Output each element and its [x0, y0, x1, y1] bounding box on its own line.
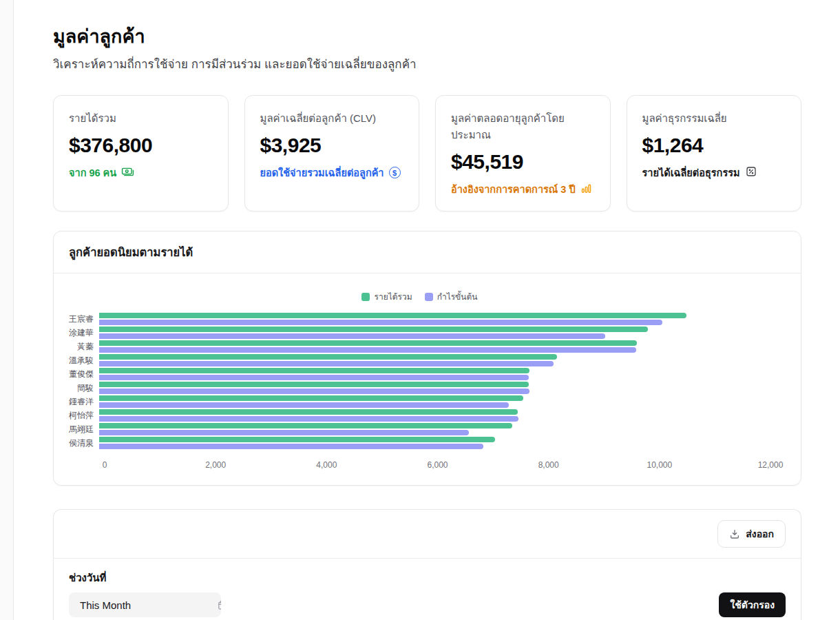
top-customers-chart-card: ลูกค้ายอดนิยมตามรายได้ รายได้รวม กำไรขั้… [53, 231, 801, 486]
bar-group [99, 382, 770, 394]
legend-label: รายได้รวม [374, 290, 412, 303]
date-range-input[interactable] [69, 592, 217, 617]
chart-title: ลูกค้ายอดนิยมตามรายได้ [69, 243, 786, 261]
stat-label: มูลค่าตลอดอายุลูกค้าโดยประมาณ [451, 110, 595, 143]
date-range-label: ช่วงวันที่ [69, 570, 786, 586]
chart-row: 鍾睿洋 [69, 395, 770, 409]
page-subtitle: วิเคราะห์ความถี่การใช้จ่าย การมีส่วนร่วม… [53, 54, 801, 73]
category-label: 涂建華 [69, 327, 99, 339]
category-label: 侯清泉 [69, 437, 99, 449]
chart-rows: 王宸睿涂建華黃蓁溫承駿董俊傑簡駿鍾睿洋柯怡萍馬翊廷侯清泉 [69, 312, 770, 450]
chart-card-header: ลูกค้ายอดนิยมตามรายได้ [54, 231, 801, 273]
dollar-circle-icon: $ [389, 167, 401, 178]
chart-row: 涂建華 [69, 326, 770, 340]
receipt-percent-icon [745, 165, 757, 180]
category-label: 溫承駿 [69, 355, 99, 366]
x-tick-label: 12,000 [758, 460, 784, 470]
stat-footnote: อ้างอิงจากการคาดการณ์ 3 ปี [451, 181, 576, 197]
revenue-bar[interactable] [99, 409, 518, 415]
date-range-picker[interactable] [69, 592, 221, 617]
download-icon [729, 528, 740, 539]
bar-group [99, 313, 770, 325]
bar-group [99, 368, 770, 380]
category-label: 黃蓁 [69, 341, 99, 353]
x-tick-label: 2,000 [205, 460, 226, 470]
apply-filter-button[interactable]: ใช้ตัวกรอง [719, 592, 786, 617]
export-label: ส่งออก [746, 526, 774, 541]
page-title: มูลค่าลูกค้า [53, 25, 801, 48]
chart-row: 簡駿 [69, 381, 770, 395]
revenue-bar[interactable] [99, 340, 637, 346]
revenue-bar[interactable] [99, 327, 648, 332]
stat-value: $376,800 [69, 134, 213, 157]
gross-profit-bar[interactable] [99, 430, 469, 435]
banknotes-icon [121, 165, 134, 180]
gross-profit-bar[interactable] [99, 389, 529, 394]
bar-group [99, 395, 770, 408]
legend-item-gross-profit[interactable]: กำไรขั้นต้น [425, 290, 478, 303]
bar-group [99, 340, 770, 353]
chart-row: 王宸睿 [69, 312, 770, 326]
bar-chart-icon [580, 183, 592, 196]
gross-profit-bar[interactable] [99, 416, 518, 422]
legend-swatch-revenue [361, 293, 370, 301]
chart-row: 侯清泉 [69, 436, 770, 450]
revenue-bar[interactable] [99, 354, 557, 360]
stat-footnote: ยอดใช้จ่ายรวมเฉลี่ยต่อลูกค้า [260, 165, 384, 180]
stat-card-lifetime-value: มูลค่าตลอดอายุลูกค้าโดยประมาณ $45,519 อ้… [435, 95, 611, 211]
calendar-icon[interactable] [217, 592, 221, 617]
x-axis: 02,0004,0006,0008,00010,00012,000 [105, 460, 770, 471]
stat-value: $1,264 [642, 134, 786, 157]
gross-profit-bar[interactable] [99, 361, 554, 366]
revenue-bar[interactable] [99, 313, 686, 318]
filter-card: ส่งออก ช่วงวันที่ ใช้ตัวกรอง [53, 509, 801, 620]
legend-label: กำไรขั้นต้น [437, 290, 478, 303]
category-label: 柯怡萍 [69, 410, 99, 422]
gross-profit-bar[interactable] [99, 444, 483, 449]
chart-row: 黃蓁 [69, 340, 770, 353]
category-label: 簡駿 [69, 382, 99, 394]
gross-profit-bar[interactable] [99, 402, 509, 408]
chart-row: 馬翊廷 [69, 422, 770, 436]
export-row: ส่งออก [54, 510, 801, 559]
stat-label: มูลค่าธุรกรรมเฉลี่ย [642, 110, 786, 127]
gross-profit-bar[interactable] [99, 347, 636, 353]
stat-card-avg-transaction: มูลค่าธุรกรรมเฉลี่ย $1,264 รายได้เฉลี่ยต… [627, 95, 802, 211]
bar-group [99, 423, 770, 435]
filter-actions: ใช้ตัวกรอง รีเซ็ต [719, 592, 786, 620]
bar-group [99, 354, 770, 366]
left-rail [0, 0, 14, 620]
chart-row: 董俊傑 [69, 367, 770, 381]
category-label: 鍾睿洋 [69, 396, 99, 408]
stat-footnote: จาก 96 คน [69, 165, 116, 180]
stat-card-total-revenue: รายได้รวม $376,800 จาก 96 คน [53, 95, 229, 211]
x-tick-label: 8,000 [538, 460, 559, 470]
revenue-bar[interactable] [99, 395, 523, 401]
gross-profit-bar[interactable] [99, 375, 529, 380]
revenue-bar[interactable] [99, 423, 512, 428]
bar-group [99, 327, 770, 339]
gross-profit-bar[interactable] [99, 333, 605, 339]
revenue-bar[interactable] [99, 382, 529, 387]
stat-card-clv: มูลค่าเฉลี่ยต่อลูกค้า (CLV) $3,925 ยอดใช… [244, 95, 420, 211]
chart-row: 溫承駿 [69, 353, 770, 367]
legend-swatch-gross-profit [425, 293, 433, 301]
revenue-bar[interactable] [99, 368, 529, 373]
legend-item-revenue[interactable]: รายได้รวม [361, 290, 412, 303]
category-label: 董俊傑 [69, 369, 99, 380]
stat-label: มูลค่าเฉลี่ยต่อลูกค้า (CLV) [260, 110, 404, 127]
stat-value: $3,925 [260, 134, 404, 157]
x-tick-label: 4,000 [316, 460, 337, 470]
x-tick-label: 10,000 [647, 460, 672, 470]
gross-profit-bar[interactable] [99, 320, 662, 325]
revenue-bar[interactable] [99, 437, 495, 442]
stat-label: รายได้รวม [69, 110, 213, 127]
chart-row: 柯怡萍 [69, 409, 770, 422]
category-label: 馬翊廷 [69, 424, 99, 435]
stat-footnote: รายได้เฉลี่ยต่อธุรกรรม [642, 165, 740, 180]
chart-area: รายได้รวม กำไรขั้นต้น 王宸睿涂建華黃蓁溫承駿董俊傑簡駿鍾睿… [54, 273, 801, 485]
stats-row: รายได้รวม $376,800 จาก 96 คน มูลค่าเฉลี่… [53, 95, 801, 211]
category-label: 王宸睿 [69, 313, 99, 325]
main-content: มูลค่าลูกค้า วิเคราะห์ความถี่การใช้จ่าย … [53, 0, 801, 620]
export-button[interactable]: ส่งออก [717, 520, 786, 548]
